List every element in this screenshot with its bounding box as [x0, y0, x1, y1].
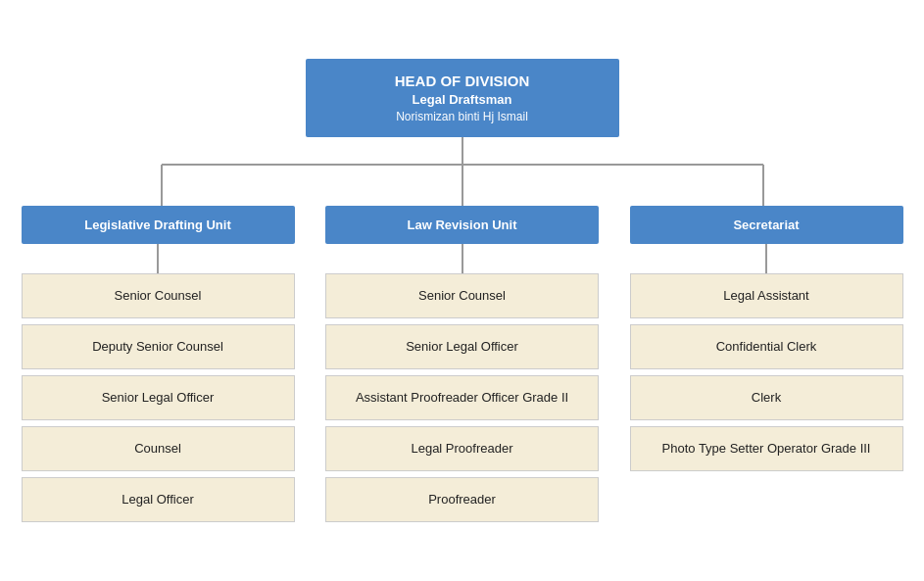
vert-connector-law-revision: [462, 244, 463, 273]
staff-item: Legal Proofreader: [325, 426, 599, 471]
unit-header-law-revision: Law Revision Unit: [325, 206, 599, 244]
staff-item: Legal Officer: [22, 477, 295, 522]
staff-list-law-revision: Senior Counsel Senior Legal Officer Assi…: [325, 273, 599, 522]
staff-item: Clerk: [630, 375, 903, 420]
staff-item: Assistant Proofreader Officer Grade II: [325, 375, 599, 420]
head-name: Norismizan binti Hj Ismail: [335, 110, 590, 123]
staff-item: Deputy Senior Counsel: [22, 324, 295, 369]
staff-item: Photo Type Setter Operator Grade III: [630, 426, 903, 471]
col-legislative-drafting: Legislative Drafting Unit Senior Counsel…: [22, 206, 295, 522]
staff-list-secretariat: Legal Assistant Confidential Clerk Clerk…: [630, 273, 903, 471]
staff-item: Confidential Clerk: [630, 324, 903, 369]
head-level: HEAD OF DIVISION Legal Draftsman Norismi…: [306, 59, 619, 137]
connector-svg: [22, 137, 903, 206]
col-secretariat: Secretariat Legal Assistant Confidential…: [630, 206, 903, 471]
staff-item: Counsel: [22, 426, 295, 471]
unit-header-legislative: Legislative Drafting Unit: [22, 206, 295, 244]
staff-item: Proofreader: [325, 477, 599, 522]
staff-item: Senior Legal Officer: [22, 375, 295, 420]
head-title: Legal Draftsman: [335, 92, 590, 107]
unit-columns: Legislative Drafting Unit Senior Counsel…: [22, 206, 903, 522]
staff-list-legislative: Senior Counsel Deputy Senior Counsel Sen…: [22, 273, 295, 522]
vert-connector-legislative: [157, 244, 159, 273]
head-role: HEAD OF DIVISION: [335, 73, 590, 89]
vert-connector-secretariat: [765, 244, 767, 273]
staff-item: Senior Counsel: [22, 273, 295, 318]
unit-header-secretariat: Secretariat: [630, 206, 903, 244]
staff-item: Senior Legal Officer: [325, 324, 599, 369]
staff-item: Legal Assistant: [630, 273, 903, 318]
col-law-revision: Law Revision Unit Senior Counsel Senior …: [325, 206, 599, 522]
staff-item: Senior Counsel: [325, 273, 599, 318]
head-of-division-box: HEAD OF DIVISION Legal Draftsman Norismi…: [306, 59, 619, 137]
org-chart: HEAD OF DIVISION Legal Draftsman Norismi…: [22, 59, 903, 522]
